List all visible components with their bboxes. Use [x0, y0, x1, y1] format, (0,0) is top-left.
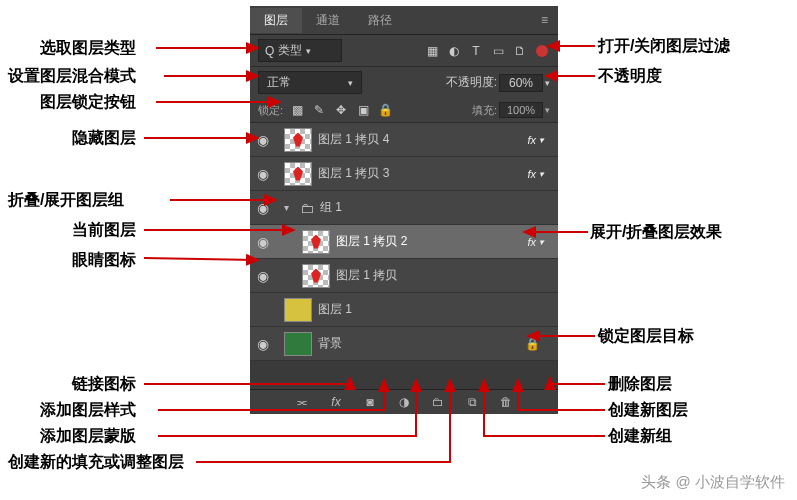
panel-menu-icon[interactable]: ≡ [531, 13, 558, 27]
filter-shape-icon[interactable]: ▭ [490, 43, 506, 59]
label-new-group: 创建新组 [608, 426, 672, 447]
layer-name[interactable]: 图层 1 [318, 301, 352, 318]
label-filter-type: 选取图层类型 [40, 38, 136, 59]
layer-row[interactable]: 图层 1 [250, 293, 558, 327]
filter-row: Q 类型 ▾ ▦ ◐ T ▭ 🗋 [250, 35, 558, 67]
panel-spacer [250, 361, 558, 389]
lock-artboard-icon[interactable]: ▣ [355, 102, 371, 118]
label-link: 链接图标 [72, 374, 136, 395]
label-fold-group: 折叠/展开图层组 [8, 190, 124, 211]
new-layer-icon[interactable]: ⧉ [464, 394, 480, 410]
visibility-eye-icon[interactable]: ◉ [254, 166, 272, 182]
layer-name[interactable]: 图层 1 拷贝 4 [318, 131, 389, 148]
layer-thumbnail[interactable] [284, 128, 312, 152]
filter-toggle[interactable] [534, 43, 550, 59]
lock-icon: 🔒 [525, 337, 540, 351]
layer-name[interactable]: 图层 1 拷贝 2 [336, 233, 407, 250]
search-icon: Q [265, 44, 274, 58]
opacity-label: 不透明度: [446, 74, 497, 91]
lock-image-icon[interactable]: ✎ [311, 102, 327, 118]
fx-icon[interactable]: fx [328, 394, 344, 410]
layer-row[interactable]: ◉图层 1 拷贝 2fx ▾ [250, 225, 558, 259]
visibility-eye-icon[interactable]: ◉ [254, 200, 272, 216]
chevron-down-icon: ▾ [306, 46, 311, 56]
layer-row[interactable]: ◉图层 1 拷贝 3fx ▾ [250, 157, 558, 191]
visibility-eye-icon[interactable]: ◉ [254, 132, 272, 148]
fill-value[interactable]: 100% [499, 102, 543, 118]
mask-icon[interactable]: ◙ [362, 394, 378, 410]
svg-line-6 [144, 258, 258, 260]
visibility-eye-icon[interactable]: ◉ [254, 336, 272, 352]
label-fx-expand: 展开/折叠图层效果 [590, 222, 722, 243]
fill-label: 填充: [472, 103, 497, 118]
label-hide: 隐藏图层 [72, 128, 136, 149]
fx-badge[interactable]: fx ▾ [527, 168, 544, 180]
filter-label: 类型 [278, 42, 302, 59]
link-icon[interactable]: ⫘ [294, 394, 310, 410]
layer-thumbnail[interactable] [284, 162, 312, 186]
caret-down-icon[interactable]: ▾ [284, 202, 294, 213]
lock-all-icon[interactable]: 🔒 [377, 102, 393, 118]
label-lock-target: 锁定图层目标 [598, 326, 694, 347]
lock-transparent-icon[interactable]: ▩ [289, 102, 305, 118]
tab-paths[interactable]: 路径 [354, 8, 406, 33]
tab-layers[interactable]: 图层 [250, 8, 302, 33]
layer-name[interactable]: 图层 1 拷贝 3 [318, 165, 389, 182]
layer-row[interactable]: ◉图层 1 拷贝 [250, 259, 558, 293]
chevron-down-icon: ▾ [348, 78, 353, 88]
tab-channels[interactable]: 通道 [302, 8, 354, 33]
visibility-eye-icon[interactable]: ◉ [254, 268, 272, 284]
label-opacity: 不透明度 [598, 66, 662, 87]
lock-row: 锁定: ▩ ✎ ✥ ▣ 🔒 填充: 100% ▾ [250, 98, 558, 123]
visibility-eye-icon[interactable]: ◉ [254, 234, 272, 250]
label-mask: 添加图层蒙版 [40, 426, 136, 447]
label-blend-mode: 设置图层混合模式 [8, 66, 136, 87]
filter-type-icon[interactable]: T [468, 43, 484, 59]
lock-position-icon[interactable]: ✥ [333, 102, 349, 118]
label-adjust: 创建新的填充或调整图层 [8, 452, 184, 473]
label-new-layer: 创建新图层 [608, 400, 688, 421]
label-current: 当前图层 [72, 220, 136, 241]
layer-thumbnail[interactable] [284, 332, 312, 356]
bottom-toolbar: ⫘ fx ◙ ◑ 🗀 ⧉ 🗑 [250, 389, 558, 414]
label-eye: 眼睛图标 [72, 250, 136, 271]
group-icon[interactable]: 🗀 [430, 394, 446, 410]
watermark: 头条 @ 小波自学软件 [641, 473, 785, 492]
chevron-down-icon[interactable]: ▾ [545, 105, 550, 115]
layers-list: ◉图层 1 拷贝 4fx ▾◉图层 1 拷贝 3fx ▾◉▾🗀组 1◉图层 1 … [250, 123, 558, 361]
filter-adjust-icon[interactable]: ◐ [446, 43, 462, 59]
blend-mode-select[interactable]: 正常 ▾ [258, 71, 362, 94]
layer-name[interactable]: 图层 1 拷贝 [336, 267, 397, 284]
adjustment-icon[interactable]: ◑ [396, 394, 412, 410]
layer-thumbnail[interactable] [302, 264, 330, 288]
layer-thumbnail[interactable] [302, 230, 330, 254]
chevron-down-icon[interactable]: ▾ [545, 78, 550, 88]
layer-row[interactable]: ◉图层 1 拷贝 4fx ▾ [250, 123, 558, 157]
layer-row[interactable]: ◉背景🔒 [250, 327, 558, 361]
trash-icon[interactable]: 🗑 [498, 394, 514, 410]
fx-badge[interactable]: fx ▾ [527, 236, 544, 248]
label-fx: 添加图层样式 [40, 400, 136, 421]
layer-name[interactable]: 背景 [318, 335, 342, 352]
filter-smart-icon[interactable]: 🗋 [512, 43, 528, 59]
filter-type-select[interactable]: Q 类型 ▾ [258, 39, 342, 62]
filter-pixel-icon[interactable]: ▦ [424, 43, 440, 59]
layer-thumbnail[interactable] [284, 298, 312, 322]
folder-icon: 🗀 [300, 200, 314, 216]
opacity-value[interactable]: 60% [499, 74, 543, 92]
label-lock: 图层锁定按钮 [40, 92, 136, 113]
blend-row: 正常 ▾ 不透明度: 60% ▾ [250, 67, 558, 98]
label-delete: 删除图层 [608, 374, 672, 395]
blend-mode-label: 正常 [267, 74, 291, 91]
panel-tabs: 图层 通道 路径 ≡ [250, 6, 558, 35]
lock-label: 锁定: [258, 103, 283, 118]
layers-panel: 图层 通道 路径 ≡ Q 类型 ▾ ▦ ◐ T ▭ 🗋 正常 ▾ [250, 6, 558, 414]
layer-name[interactable]: 组 1 [320, 199, 342, 216]
fx-badge[interactable]: fx ▾ [527, 134, 544, 146]
layer-row[interactable]: ◉▾🗀组 1 [250, 191, 558, 225]
label-filter-toggle: 打开/关闭图层过滤 [598, 36, 730, 57]
